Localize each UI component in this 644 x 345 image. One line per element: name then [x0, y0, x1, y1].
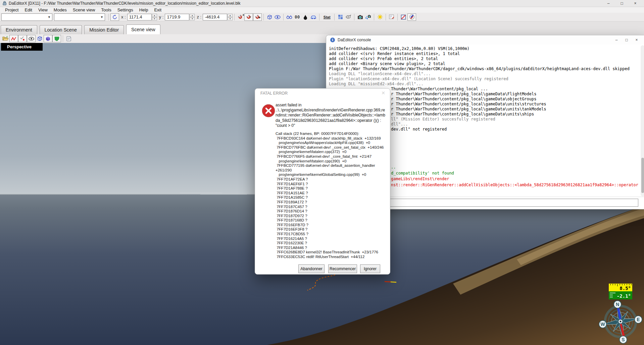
spin-up-icon[interactable]: ▲ — [228, 14, 233, 17]
stat-icon: Stat — [324, 15, 331, 19]
svg-text:S: S — [622, 337, 625, 342]
close-icon[interactable]: ✕ — [381, 90, 385, 96]
tab-scene-view[interactable]: Scene view — [126, 24, 160, 34]
console-log-line: ll" (Mission Editor) succesfully registe… — [391, 117, 495, 121]
menu-item-view[interactable]: View — [35, 7, 51, 13]
droplet-button[interactable] — [301, 13, 309, 21]
window-title: DaEditorX [DX11] - F:/War Thunder/WarThu… — [9, 1, 241, 6]
binoculars-button[interactable] — [285, 13, 293, 21]
draw-compass-button[interactable] — [407, 13, 416, 21]
snap-magnet-button[interactable]: 3 — [236, 13, 244, 21]
svg-text:N: N — [616, 302, 619, 307]
y-coordinate-input[interactable]: 1719.9 — [165, 14, 189, 20]
console-scrollbar[interactable] — [641, 45, 644, 196]
visibility-button[interactable] — [274, 13, 282, 21]
refresh-button[interactable] — [110, 13, 119, 21]
abort-button[interactable]: Abandonner — [298, 264, 325, 273]
toggle-visibility-button[interactable] — [27, 35, 36, 42]
chevron-down-icon: ▼ — [100, 15, 105, 19]
z-coordinate-label: z : — [197, 14, 201, 19]
console-log-line: d_compatibility' not found — [391, 171, 454, 176]
spin-down-icon[interactable]: ▼ — [152, 17, 157, 20]
x-coordinate-label: x : — [121, 14, 126, 19]
fatal-error-dialog: FATAL ERROR ✕ assert failed in ..\..\pro… — [255, 88, 390, 275]
magnet-edit-icon — [245, 13, 252, 20]
menu-item-edit[interactable]: Edit — [21, 7, 35, 13]
menu-item-tools[interactable]: Tools — [98, 7, 114, 13]
plugin-tabstrip: EnvironmentLocation SceneMission EditorS… — [0, 21, 644, 34]
camera-button[interactable] — [356, 13, 364, 21]
draw-circle-icon — [409, 14, 415, 20]
eye-circle-icon — [29, 37, 34, 41]
console-log-line: r Thunder\WarThunder\content/pkg_local\g… — [391, 92, 536, 96]
attitude-ruler: 8.5° -2.1° — [609, 284, 632, 299]
close-icon[interactable]: × — [629, 0, 642, 7]
edit-notes-button[interactable] — [388, 13, 396, 21]
y-coordinate-label: y : — [159, 14, 164, 19]
toolbar-separator — [374, 14, 374, 20]
disable-render-button[interactable] — [399, 13, 407, 21]
svg-text:E: E — [637, 317, 640, 322]
camera-view-label[interactable]: Perspective — [1, 43, 43, 51]
menu-item-settings[interactable]: Settings — [114, 7, 136, 13]
snap-clear-magnet-button[interactable] — [253, 13, 262, 21]
z-coordinate-input[interactable]: -4619.4 — [203, 14, 227, 20]
menu-item-scene-view[interactable]: Scene view — [70, 7, 98, 13]
menu-item-exit[interactable]: Exit — [151, 7, 164, 13]
x-coordinate-stepper[interactable]: ▲▼ — [152, 14, 157, 20]
vehicle-button[interactable] — [309, 13, 317, 21]
console-log-line: Loading DLL "locationScene-x64-dev.dll".… — [329, 71, 431, 76]
object-name-dropdown[interactable]: ▼ — [54, 13, 105, 21]
window-titlebar[interactable]: DaEditorX [DX11] - F:/War Thunder/WarThu… — [0, 0, 644, 7]
menu-bar: ProjectEditViewModesScene viewToolsSetti… — [0, 7, 644, 13]
snap-edit-magnet-button[interactable] — [244, 13, 253, 21]
spin-down-icon[interactable]: ▼ — [190, 17, 195, 20]
toolbar-separator — [263, 14, 264, 20]
terrain-mode-button[interactable] — [52, 35, 61, 42]
scrollbar-thumb[interactable] — [641, 158, 644, 193]
menu-item-modes[interactable]: Modes — [51, 7, 70, 13]
menu-item-help[interactable]: Help — [136, 7, 151, 13]
select-check-icon — [20, 36, 25, 41]
toolbar-separator — [319, 14, 319, 20]
toolbar-separator — [283, 14, 284, 20]
zero-zero-button[interactable]: 00 — [293, 13, 301, 21]
x-coordinate-input[interactable]: 1171.4 — [127, 14, 152, 20]
object-type-dropdown[interactable]: ▼ — [1, 13, 52, 21]
screenshot-button[interactable] — [364, 13, 372, 21]
sun-icon — [377, 14, 383, 20]
select-objects-button[interactable] — [18, 35, 27, 42]
stat-button[interactable]: Stat — [321, 13, 333, 21]
compass-south-badge: S — [620, 336, 627, 343]
ignore-button[interactable]: Ignorer — [360, 264, 380, 273]
toolbar-separator — [397, 14, 398, 20]
compass-west-badge: W — [599, 321, 606, 328]
maximize-icon[interactable]: □ — [615, 0, 629, 7]
camera-icon — [357, 15, 363, 19]
tab-mission-editor[interactable]: Mission Editor — [84, 25, 124, 34]
car-icon — [310, 15, 316, 19]
solid-mode-button[interactable] — [44, 35, 52, 42]
spin-down-icon[interactable]: ▼ — [228, 17, 233, 20]
environment-sun-button[interactable] — [376, 13, 384, 21]
open-file-button[interactable] — [1, 35, 9, 42]
select-box-button[interactable] — [265, 13, 274, 21]
retry-button[interactable]: Recommencer — [328, 264, 357, 273]
z-coordinate-stepper[interactable]: ▲▼ — [228, 14, 233, 20]
spin-up-icon[interactable]: ▲ — [152, 14, 157, 17]
free-camera-button[interactable] — [344, 13, 352, 21]
console-log-button[interactable] — [65, 35, 73, 42]
console-log-line: gameLibs\rendInst\render — [391, 177, 449, 181]
menu-item-project[interactable]: Project — [2, 7, 21, 13]
error-icon — [262, 104, 275, 117]
tab-environment[interactable]: Environment — [1, 25, 37, 34]
y-coordinate-stepper[interactable]: ▲▼ — [190, 14, 195, 20]
tab-location-scene[interactable]: Location Scene — [40, 25, 82, 34]
grid-view-button[interactable] — [336, 13, 344, 21]
minimize-icon[interactable]: – — [602, 0, 615, 7]
wireframe-mode-button[interactable] — [36, 35, 44, 42]
spin-up-icon[interactable]: ▲ — [190, 14, 195, 17]
show-splines-button[interactable] — [9, 35, 18, 42]
console-log-line: initDeferredShadows: CSM(2048,2x2,100m,0… — [329, 46, 469, 51]
console-log-line: nst::render::RiGenRenderer::addCellVisib… — [391, 183, 638, 187]
